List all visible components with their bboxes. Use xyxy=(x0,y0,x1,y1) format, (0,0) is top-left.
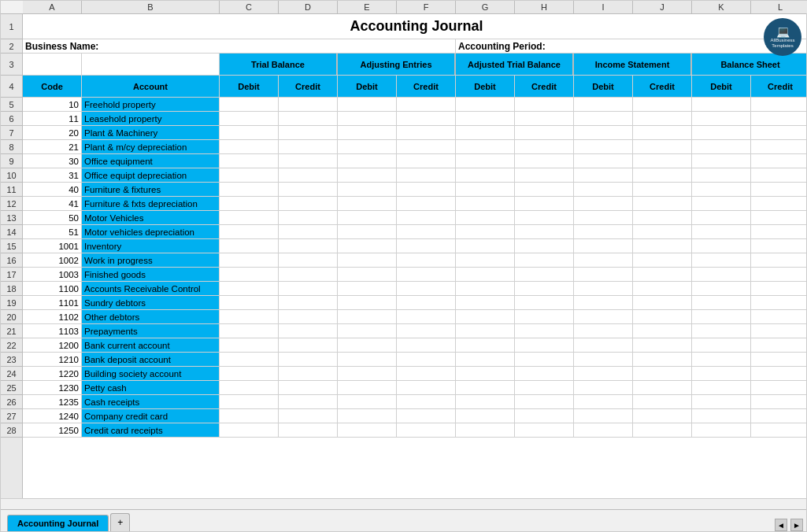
data-cell-4[interactable] xyxy=(456,154,515,168)
data-cell-2[interactable] xyxy=(338,211,397,224)
data-cell-2[interactable] xyxy=(338,338,397,352)
account-cell[interactable]: Motor Vehicles xyxy=(82,211,220,224)
data-cell-0[interactable] xyxy=(220,310,279,323)
sub-header-2[interactable]: Debit xyxy=(338,76,397,97)
data-cell-2[interactable] xyxy=(338,239,397,253)
data-cell-8[interactable] xyxy=(692,324,751,338)
data-cell-9[interactable] xyxy=(751,140,806,153)
data-cell-5[interactable] xyxy=(515,225,574,238)
data-cell-1[interactable] xyxy=(279,409,338,423)
data-cell-5[interactable] xyxy=(515,253,574,267)
data-cell-3[interactable] xyxy=(397,282,456,295)
data-cell-1[interactable] xyxy=(279,154,338,168)
account-cell[interactable]: Furniture & fixtures xyxy=(82,183,220,196)
col-header-c[interactable]: C xyxy=(220,1,279,13)
data-cell-3[interactable] xyxy=(397,423,456,437)
data-cell-2[interactable] xyxy=(338,225,397,238)
data-cell-2[interactable] xyxy=(338,310,397,323)
data-cell-1[interactable] xyxy=(279,381,338,394)
data-cell-0[interactable] xyxy=(220,168,279,182)
data-cell-0[interactable] xyxy=(220,126,279,139)
col-header-l[interactable]: L xyxy=(751,1,807,13)
data-cell-3[interactable] xyxy=(397,381,456,394)
data-cell-8[interactable] xyxy=(692,367,751,380)
data-cell-8[interactable] xyxy=(692,282,751,295)
data-cell-7[interactable] xyxy=(633,98,692,111)
data-cell-9[interactable] xyxy=(751,423,806,437)
data-cell-2[interactable] xyxy=(338,253,397,267)
data-cell-3[interactable] xyxy=(397,409,456,423)
data-cell-7[interactable] xyxy=(633,395,692,408)
data-cell-3[interactable] xyxy=(397,310,456,323)
data-cell-4[interactable] xyxy=(456,296,515,309)
code-cell[interactable]: 1240 xyxy=(23,409,82,423)
data-cell-9[interactable] xyxy=(751,324,806,338)
data-cell-1[interactable] xyxy=(279,112,338,125)
data-cell-0[interactable] xyxy=(220,353,279,366)
data-cell-6[interactable] xyxy=(574,225,633,238)
data-cell-6[interactable] xyxy=(574,239,633,253)
data-cell-3[interactable] xyxy=(397,253,456,267)
data-cell-3[interactable] xyxy=(397,338,456,352)
data-cell-7[interactable] xyxy=(633,353,692,366)
data-cell-0[interactable] xyxy=(220,367,279,380)
data-cell-0[interactable] xyxy=(220,112,279,125)
sub-header-3[interactable]: Credit xyxy=(397,76,456,97)
data-cell-7[interactable] xyxy=(633,126,692,139)
code-cell[interactable]: 30 xyxy=(23,154,82,168)
account-cell[interactable]: Work in progress xyxy=(82,253,220,267)
data-cell-8[interactable] xyxy=(692,98,751,111)
col-header-b[interactable]: B xyxy=(82,1,220,13)
data-cell-4[interactable] xyxy=(456,310,515,323)
data-cell-7[interactable] xyxy=(633,211,692,224)
data-cell-4[interactable] xyxy=(456,183,515,196)
data-cell-6[interactable] xyxy=(574,353,633,366)
data-cell-7[interactable] xyxy=(633,225,692,238)
data-cell-6[interactable] xyxy=(574,268,633,281)
data-cell-0[interactable] xyxy=(220,409,279,423)
accounting-period-label[interactable]: Accounting Period: xyxy=(456,39,806,53)
data-cell-9[interactable] xyxy=(751,154,806,168)
data-cell-7[interactable] xyxy=(633,296,692,309)
data-cell-2[interactable] xyxy=(338,282,397,295)
data-cell-6[interactable] xyxy=(574,409,633,423)
data-cell-0[interactable] xyxy=(220,423,279,437)
data-cell-3[interactable] xyxy=(397,183,456,196)
code-cell[interactable]: 10 xyxy=(23,98,82,111)
data-cell-5[interactable] xyxy=(515,112,574,125)
data-cell-1[interactable] xyxy=(279,338,338,352)
col-header-a[interactable]: A xyxy=(23,1,82,13)
code-cell[interactable]: 1220 xyxy=(23,367,82,380)
data-cell-1[interactable] xyxy=(279,211,338,224)
data-cell-8[interactable] xyxy=(692,183,751,196)
data-cell-0[interactable] xyxy=(220,253,279,267)
scroll-right-button[interactable]: ► xyxy=(790,519,803,531)
data-cell-6[interactable] xyxy=(574,282,633,295)
data-cell-8[interactable] xyxy=(692,140,751,153)
sub-header-4[interactable]: Debit xyxy=(456,76,515,97)
data-cell-4[interactable] xyxy=(456,239,515,253)
account-cell[interactable]: Prepayments xyxy=(82,324,220,338)
data-cell-5[interactable] xyxy=(515,367,574,380)
data-cell-2[interactable] xyxy=(338,409,397,423)
data-cell-4[interactable] xyxy=(456,197,515,210)
account-cell[interactable]: Inventory xyxy=(82,239,220,253)
data-cell-1[interactable] xyxy=(279,268,338,281)
data-cell-6[interactable] xyxy=(574,395,633,408)
data-cell-1[interactable] xyxy=(279,126,338,139)
account-cell[interactable]: Company credit card xyxy=(82,409,220,423)
account-cell[interactable]: Bank deposit account xyxy=(82,353,220,366)
data-cell-8[interactable] xyxy=(692,423,751,437)
code-cell[interactable]: 21 xyxy=(23,140,82,153)
balance-sheet-header[interactable]: Balance Sheet xyxy=(692,54,806,75)
data-cell-7[interactable] xyxy=(633,338,692,352)
data-cell-8[interactable] xyxy=(692,126,751,139)
data-cell-6[interactable] xyxy=(574,183,633,196)
data-cell-4[interactable] xyxy=(456,282,515,295)
data-cell-1[interactable] xyxy=(279,183,338,196)
sub-header-1[interactable]: Credit xyxy=(279,76,338,97)
data-cell-8[interactable] xyxy=(692,268,751,281)
data-cell-9[interactable] xyxy=(751,409,806,423)
code-cell[interactable]: 31 xyxy=(23,168,82,182)
horizontal-scrollbar[interactable] xyxy=(1,498,806,509)
